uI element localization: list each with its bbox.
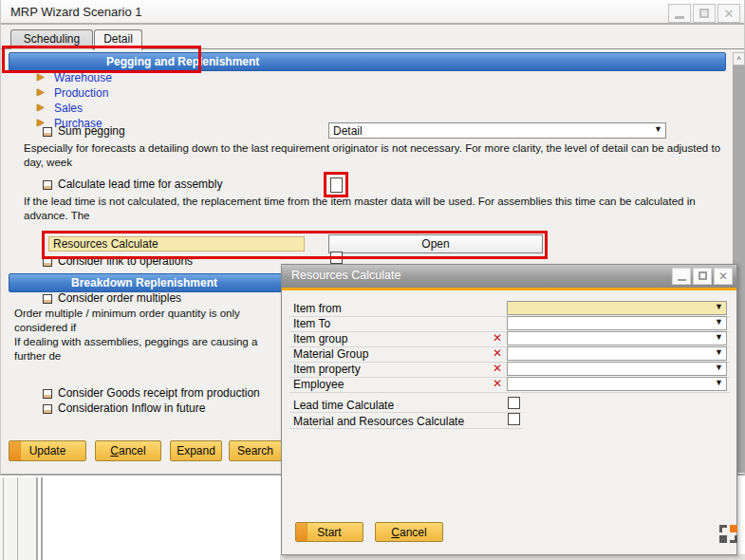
clear-x-icon: ✕ bbox=[493, 377, 502, 390]
expand-button[interactable]: Expand bbox=[170, 440, 222, 461]
item-to-dropdown[interactable]: ▼ bbox=[507, 316, 727, 330]
minimize-icon bbox=[678, 279, 686, 281]
lead-time-calculate-label: Lead time Calculate bbox=[293, 399, 394, 412]
material-resources-calculate-checkbox[interactable] bbox=[508, 413, 520, 425]
resize-icon-part bbox=[730, 525, 737, 532]
field-label-item-from: Item from bbox=[293, 302, 342, 315]
lead-time-checkbox[interactable] bbox=[330, 177, 343, 193]
row-separator bbox=[289, 412, 522, 413]
tree-item-production[interactable]: ▶ Production bbox=[37, 86, 227, 101]
inflow-future-checkbox[interactable] bbox=[43, 404, 52, 414]
sum-pegging-dropdown[interactable]: Detail ▼ bbox=[328, 122, 666, 139]
lead-time-mini-checkbox[interactable] bbox=[43, 180, 52, 190]
tree-item-warehouse[interactable]: ▶ Warehouse bbox=[37, 71, 227, 85]
resources-calculate-field[interactable]: Resources Calculate bbox=[48, 236, 305, 252]
lead-time-help-text: If the lead time is not calculated, the … bbox=[24, 195, 734, 224]
search-button[interactable]: Search bbox=[229, 440, 282, 461]
employee-dropdown[interactable]: ▼ bbox=[507, 377, 727, 391]
assemblies-help-text: If dealing with assemblies, peggings are… bbox=[14, 335, 281, 364]
material-resources-calculate-label: Material and Resources Calculate bbox=[293, 415, 464, 428]
field-label-item-group: Item group bbox=[293, 332, 347, 345]
table-gridline bbox=[3, 477, 4, 560]
start-button-label: Start bbox=[296, 523, 363, 542]
dialog-close-button[interactable]: ✕ bbox=[714, 268, 733, 285]
goods-receipt-checkbox[interactable] bbox=[43, 389, 52, 399]
cancel-button-label: Cancel bbox=[96, 441, 160, 460]
table-gridline bbox=[36, 477, 38, 560]
sum-pegging-value: Detail bbox=[333, 124, 363, 138]
item-from-dropdown[interactable]: ▼ bbox=[507, 301, 727, 315]
section-pegging-label: Pegging and Replenishment bbox=[106, 55, 259, 68]
dialog-maximize-button[interactable] bbox=[693, 268, 712, 285]
gold-accent-bar bbox=[282, 288, 736, 290]
scroll-up-button[interactable]: ˄ bbox=[733, 52, 745, 65]
section-breakdown-label: Breakdown Replenishment bbox=[71, 276, 217, 289]
expand-arrow-icon[interactable]: ▶ bbox=[37, 117, 45, 127]
window-titlebar: MRP Wizard Scenario 1 ✕ bbox=[1, 0, 744, 25]
item-group-dropdown[interactable]: ▼ bbox=[507, 331, 727, 345]
minimize-icon bbox=[675, 16, 684, 19]
open-button[interactable]: Open bbox=[328, 234, 543, 253]
tree-item-sales[interactable]: ▶ Sales bbox=[37, 102, 227, 116]
field-label-item-to: Item To bbox=[293, 317, 330, 330]
tree-item-label[interactable]: Sales bbox=[54, 102, 83, 115]
item-property-dropdown[interactable]: ▼ bbox=[507, 362, 727, 376]
chevron-down-icon[interactable]: ▼ bbox=[715, 378, 723, 387]
sum-pegging-help-text: Especially for forecasts a detailing dow… bbox=[24, 141, 734, 171]
scroll-up-icon: ˄ bbox=[736, 54, 741, 63]
dialog-cancel-button[interactable]: Cancel bbox=[375, 522, 443, 542]
clear-x-icon: ✕ bbox=[493, 346, 502, 360]
dialog-minimize-button[interactable] bbox=[672, 268, 691, 285]
clear-x-icon: ✕ bbox=[493, 362, 502, 375]
update-button-label: Update bbox=[9, 441, 85, 460]
inflow-future-label: Consideration Inflow in future bbox=[58, 401, 205, 415]
resources-calculate-dialog: Resources Calculate ✕ Item from ▼ Item T… bbox=[281, 264, 737, 555]
tree-item-label[interactable]: Production bbox=[54, 86, 108, 100]
update-button[interactable]: Update bbox=[9, 440, 86, 461]
close-icon: ✕ bbox=[718, 270, 728, 283]
consider-link-checkbox[interactable] bbox=[330, 252, 343, 264]
resources-calculate-label: Resources Calculate bbox=[53, 237, 158, 251]
resize-icon-part bbox=[730, 535, 737, 543]
expand-arrow-icon[interactable]: ▶ bbox=[37, 86, 45, 97]
section-pegging-replenishment[interactable]: Pegging and Replenishment bbox=[9, 52, 726, 71]
tab-detail-label: Detail bbox=[103, 32, 133, 46]
sum-pegging-checkbox[interactable] bbox=[43, 127, 52, 137]
window-title: MRP Wizard Scenario 1 bbox=[10, 5, 141, 19]
screen: MRP Wizard Scenario 1 ✕ Scheduling Detai… bbox=[0, 0, 745, 560]
field-label-employee: Employee bbox=[293, 378, 344, 391]
open-button-label: Open bbox=[329, 235, 542, 252]
chevron-down-icon[interactable]: ▼ bbox=[715, 347, 723, 357]
maximize-button[interactable] bbox=[693, 4, 716, 23]
tab-scheduling[interactable]: Scheduling bbox=[10, 29, 93, 49]
consider-link-mini-checkbox[interactable] bbox=[43, 257, 52, 267]
order-multiples-help-text: Order multiple / minimum order quantity … bbox=[14, 307, 281, 336]
table-column-strip bbox=[0, 477, 36, 560]
chevron-down-icon[interactable]: ▼ bbox=[654, 124, 662, 134]
expand-button-label: Expand bbox=[171, 441, 221, 460]
field-label-item-property: Item property bbox=[293, 363, 361, 376]
expand-arrow-icon[interactable]: ▶ bbox=[37, 102, 45, 112]
close-icon: ✕ bbox=[724, 7, 735, 21]
order-multiples-checkbox[interactable] bbox=[43, 294, 52, 304]
tree-item-label[interactable]: Warehouse bbox=[54, 71, 112, 84]
order-multiples-label: Consider order multiples bbox=[58, 291, 181, 305]
goods-receipt-label: Consider Goods receipt from production bbox=[58, 386, 260, 400]
table-gridline bbox=[41, 477, 43, 560]
lead-time-calculate-checkbox[interactable] bbox=[508, 397, 520, 409]
chevron-down-icon[interactable]: ▼ bbox=[715, 317, 723, 327]
expand-arrow-icon[interactable]: ▶ bbox=[37, 71, 45, 82]
form-resize-icon[interactable] bbox=[719, 525, 737, 543]
table-gridline bbox=[17, 477, 18, 560]
consider-link-label: Consider link to operations bbox=[58, 254, 193, 268]
dialog-title: Resources Calculate bbox=[291, 269, 400, 282]
chevron-down-icon[interactable]: ▼ bbox=[715, 302, 723, 311]
start-button[interactable]: Start bbox=[295, 522, 363, 542]
chevron-down-icon[interactable]: ▼ bbox=[715, 332, 723, 342]
minimize-button[interactable] bbox=[668, 4, 691, 23]
close-button[interactable]: ✕ bbox=[717, 4, 740, 23]
tab-detail[interactable]: Detail bbox=[94, 29, 142, 50]
material-group-dropdown[interactable]: ▼ bbox=[507, 346, 727, 361]
chevron-down-icon[interactable]: ▼ bbox=[715, 363, 723, 372]
cancel-button[interactable]: Cancel bbox=[95, 440, 161, 461]
